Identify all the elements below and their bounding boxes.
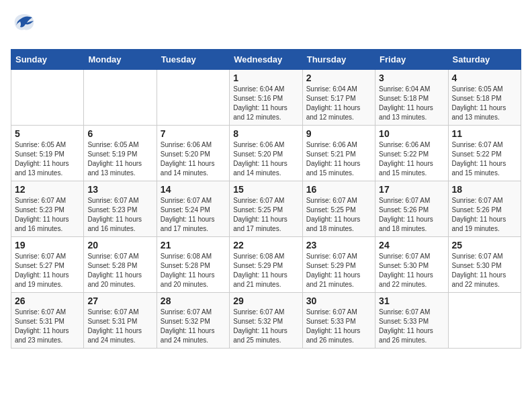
header-day-monday: Monday (84, 50, 157, 70)
empty-cell (157, 70, 229, 126)
empty-cell (448, 293, 521, 349)
day-cell-27: 27Sunrise: 6:07 AM Sunset: 5:31 PM Dayli… (84, 293, 157, 349)
day-number: 7 (161, 128, 226, 139)
day-number: 18 (452, 184, 517, 195)
day-info: Sunrise: 6:07 AM Sunset: 5:30 PM Dayligh… (452, 252, 517, 289)
day-cell-22: 22Sunrise: 6:08 AM Sunset: 5:29 PM Dayli… (230, 237, 302, 293)
day-number: 11 (452, 128, 517, 139)
day-cell-17: 17Sunrise: 6:07 AM Sunset: 5:26 PM Dayli… (375, 181, 448, 237)
day-info: Sunrise: 6:07 AM Sunset: 5:32 PM Dayligh… (161, 308, 226, 345)
week-row-2: 5Sunrise: 6:05 AM Sunset: 5:19 PM Daylig… (11, 126, 521, 181)
day-info: Sunrise: 6:07 AM Sunset: 5:26 PM Dayligh… (452, 196, 517, 234)
day-info: Sunrise: 6:07 AM Sunset: 5:23 PM Dayligh… (87, 196, 152, 234)
day-number: 9 (306, 128, 371, 139)
day-info: Sunrise: 6:07 AM Sunset: 5:24 PM Dayligh… (161, 196, 226, 234)
day-number: 30 (306, 295, 371, 306)
day-number: 14 (161, 184, 226, 195)
day-cell-18: 18Sunrise: 6:07 AM Sunset: 5:26 PM Dayli… (448, 181, 521, 237)
logo-bird-icon (11, 11, 38, 42)
header-day-friday: Friday (375, 50, 448, 70)
day-number: 21 (161, 240, 226, 250)
empty-cell (84, 70, 157, 126)
day-info: Sunrise: 6:07 AM Sunset: 5:23 PM Dayligh… (15, 196, 80, 234)
day-number: 10 (379, 128, 444, 139)
header-day-saturday: Saturday (448, 50, 521, 70)
header-day-wednesday: Wednesday (230, 50, 302, 70)
day-number: 26 (15, 295, 80, 306)
day-number: 19 (15, 240, 80, 250)
day-info: Sunrise: 6:07 AM Sunset: 5:25 PM Dayligh… (306, 196, 371, 234)
logo (11, 11, 40, 42)
page-header (11, 11, 521, 42)
day-cell-29: 29Sunrise: 6:07 AM Sunset: 5:32 PM Dayli… (230, 293, 302, 349)
day-cell-2: 2Sunrise: 6:04 AM Sunset: 5:17 PM Daylig… (302, 70, 375, 126)
day-info: Sunrise: 6:04 AM Sunset: 5:18 PM Dayligh… (379, 85, 444, 122)
day-cell-15: 15Sunrise: 6:07 AM Sunset: 5:25 PM Dayli… (230, 181, 302, 237)
header-day-sunday: Sunday (11, 50, 84, 70)
day-cell-8: 8Sunrise: 6:06 AM Sunset: 5:20 PM Daylig… (230, 126, 302, 181)
day-info: Sunrise: 6:07 AM Sunset: 5:31 PM Dayligh… (15, 308, 80, 345)
day-number: 22 (233, 240, 298, 250)
day-number: 1 (233, 73, 298, 83)
day-number: 3 (379, 73, 444, 83)
day-info: Sunrise: 6:07 AM Sunset: 5:28 PM Dayligh… (87, 252, 152, 289)
header-day-thursday: Thursday (302, 50, 375, 70)
day-number: 25 (452, 240, 517, 250)
day-number: 17 (379, 184, 444, 195)
day-info: Sunrise: 6:04 AM Sunset: 5:16 PM Dayligh… (233, 85, 298, 122)
calendar-table: SundayMondayTuesdayWednesdayThursdayFrid… (11, 49, 521, 349)
day-info: Sunrise: 6:07 AM Sunset: 5:25 PM Dayligh… (233, 196, 298, 234)
day-info: Sunrise: 6:05 AM Sunset: 5:18 PM Dayligh… (452, 85, 517, 122)
day-number: 20 (87, 240, 152, 250)
day-cell-1: 1Sunrise: 6:04 AM Sunset: 5:16 PM Daylig… (230, 70, 302, 126)
day-info: Sunrise: 6:08 AM Sunset: 5:29 PM Dayligh… (233, 252, 298, 289)
day-cell-24: 24Sunrise: 6:07 AM Sunset: 5:30 PM Dayli… (375, 237, 448, 293)
day-info: Sunrise: 6:07 AM Sunset: 5:26 PM Dayligh… (379, 196, 444, 234)
day-number: 15 (233, 184, 298, 195)
day-info: Sunrise: 6:06 AM Sunset: 5:21 PM Dayligh… (306, 140, 371, 178)
week-row-4: 19Sunrise: 6:07 AM Sunset: 5:27 PM Dayli… (11, 237, 521, 293)
day-info: Sunrise: 6:08 AM Sunset: 5:28 PM Dayligh… (161, 252, 226, 289)
day-cell-13: 13Sunrise: 6:07 AM Sunset: 5:23 PM Dayli… (84, 181, 157, 237)
day-number: 5 (15, 128, 80, 139)
day-info: Sunrise: 6:06 AM Sunset: 5:20 PM Dayligh… (233, 140, 298, 178)
day-number: 6 (87, 128, 152, 139)
day-info: Sunrise: 6:05 AM Sunset: 5:19 PM Dayligh… (15, 140, 80, 178)
day-number: 4 (452, 73, 517, 83)
day-number: 31 (379, 295, 444, 306)
day-info: Sunrise: 6:06 AM Sunset: 5:20 PM Dayligh… (161, 140, 226, 178)
day-number: 12 (15, 184, 80, 195)
day-number: 16 (306, 184, 371, 195)
day-cell-31: 31Sunrise: 6:07 AM Sunset: 5:33 PM Dayli… (375, 293, 448, 349)
day-info: Sunrise: 6:06 AM Sunset: 5:22 PM Dayligh… (379, 140, 444, 178)
day-number: 24 (379, 240, 444, 250)
day-info: Sunrise: 6:07 AM Sunset: 5:22 PM Dayligh… (452, 140, 517, 178)
day-info: Sunrise: 6:05 AM Sunset: 5:19 PM Dayligh… (87, 140, 152, 178)
day-cell-16: 16Sunrise: 6:07 AM Sunset: 5:25 PM Dayli… (302, 181, 375, 237)
calendar-header: SundayMondayTuesdayWednesdayThursdayFrid… (11, 50, 521, 70)
day-cell-9: 9Sunrise: 6:06 AM Sunset: 5:21 PM Daylig… (302, 126, 375, 181)
day-info: Sunrise: 6:07 AM Sunset: 5:33 PM Dayligh… (306, 308, 371, 345)
day-cell-26: 26Sunrise: 6:07 AM Sunset: 5:31 PM Dayli… (11, 293, 84, 349)
day-number: 29 (233, 295, 298, 306)
day-cell-10: 10Sunrise: 6:06 AM Sunset: 5:22 PM Dayli… (375, 126, 448, 181)
day-cell-4: 4Sunrise: 6:05 AM Sunset: 5:18 PM Daylig… (448, 70, 521, 126)
day-cell-12: 12Sunrise: 6:07 AM Sunset: 5:23 PM Dayli… (11, 181, 84, 237)
day-info: Sunrise: 6:04 AM Sunset: 5:17 PM Dayligh… (306, 85, 371, 122)
day-cell-19: 19Sunrise: 6:07 AM Sunset: 5:27 PM Dayli… (11, 237, 84, 293)
day-cell-20: 20Sunrise: 6:07 AM Sunset: 5:28 PM Dayli… (84, 237, 157, 293)
day-cell-5: 5Sunrise: 6:05 AM Sunset: 5:19 PM Daylig… (11, 126, 84, 181)
day-cell-3: 3Sunrise: 6:04 AM Sunset: 5:18 PM Daylig… (375, 70, 448, 126)
day-cell-14: 14Sunrise: 6:07 AM Sunset: 5:24 PM Dayli… (157, 181, 229, 237)
week-row-1: 1Sunrise: 6:04 AM Sunset: 5:16 PM Daylig… (11, 70, 521, 126)
day-info: Sunrise: 6:07 AM Sunset: 5:31 PM Dayligh… (87, 308, 152, 345)
day-info: Sunrise: 6:07 AM Sunset: 5:33 PM Dayligh… (379, 308, 444, 345)
day-cell-23: 23Sunrise: 6:07 AM Sunset: 5:29 PM Dayli… (302, 237, 375, 293)
day-cell-21: 21Sunrise: 6:08 AM Sunset: 5:28 PM Dayli… (157, 237, 229, 293)
day-info: Sunrise: 6:07 AM Sunset: 5:27 PM Dayligh… (15, 252, 80, 289)
week-row-3: 12Sunrise: 6:07 AM Sunset: 5:23 PM Dayli… (11, 181, 521, 237)
calendar-body: 1Sunrise: 6:04 AM Sunset: 5:16 PM Daylig… (11, 70, 521, 349)
day-info: Sunrise: 6:07 AM Sunset: 5:30 PM Dayligh… (379, 252, 444, 289)
day-info: Sunrise: 6:07 AM Sunset: 5:32 PM Dayligh… (233, 308, 298, 345)
header-day-tuesday: Tuesday (157, 50, 229, 70)
